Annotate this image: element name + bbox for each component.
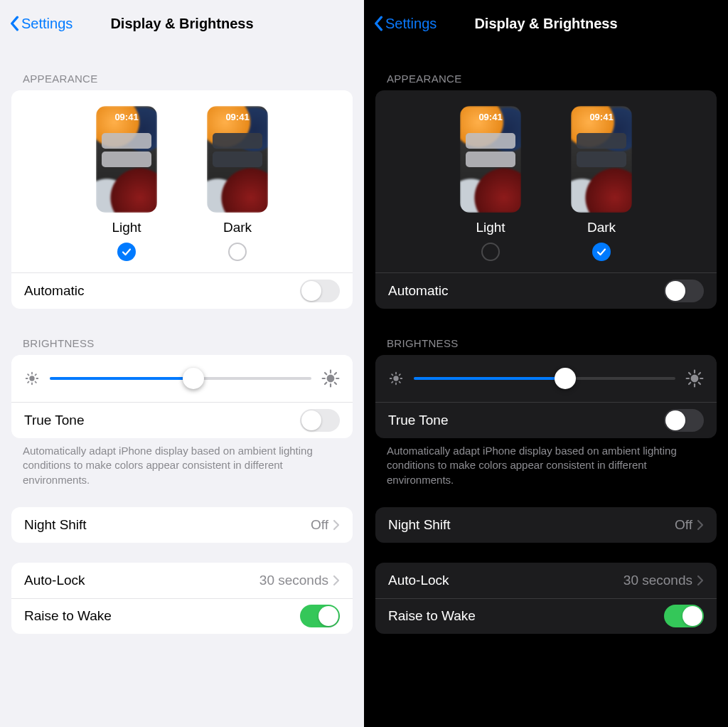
sun-dim-icon xyxy=(24,371,40,386)
svg-line-35 xyxy=(699,373,700,374)
appearance-label-dark: Dark xyxy=(223,220,252,235)
checkmark-icon xyxy=(122,247,132,257)
svg-line-15 xyxy=(335,383,336,384)
chevron-right-icon xyxy=(697,519,704,531)
svg-point-27 xyxy=(691,375,699,383)
appearance-radio-dark[interactable] xyxy=(592,243,611,261)
truetone-switch[interactable] xyxy=(664,409,704,432)
svg-point-9 xyxy=(327,375,335,383)
sun-dim-icon xyxy=(388,371,404,386)
chevron-left-icon xyxy=(9,16,20,31)
svg-line-8 xyxy=(36,374,36,375)
svg-line-32 xyxy=(689,373,690,374)
truetone-label: True Tone xyxy=(388,413,449,428)
svg-line-33 xyxy=(699,383,700,384)
back-button[interactable]: Settings xyxy=(373,16,437,32)
appearance-label-dark: Dark xyxy=(587,220,616,235)
truetone-switch[interactable] xyxy=(300,409,340,432)
brightness-slider[interactable] xyxy=(414,368,675,389)
raisetowake-switch[interactable] xyxy=(664,605,704,627)
truetone-note: Automatically adapt iPhone display based… xyxy=(0,438,364,487)
autolock-group: Auto-Lock 30 seconds Raise to Wake xyxy=(11,563,353,634)
navbar: Settings Display & Brightness xyxy=(0,0,364,47)
truetone-row: True Tone xyxy=(375,403,717,438)
svg-line-6 xyxy=(36,382,36,383)
svg-line-17 xyxy=(335,373,336,374)
appearance-option-dark[interactable]: 09:41 Dark xyxy=(207,106,268,261)
raisetowake-row: Raise to Wake xyxy=(11,598,353,634)
brightness-header: Brightness xyxy=(0,309,364,355)
appearance-picker: 09:41 Light 09:41 Dark xyxy=(11,90,353,272)
appearance-picker: 09:41 Light 09:41 Dark xyxy=(375,90,717,272)
svg-point-18 xyxy=(393,376,398,381)
appearance-radio-light[interactable] xyxy=(481,243,500,261)
raisetowake-switch[interactable] xyxy=(300,605,340,627)
appearance-label-light: Light xyxy=(476,220,505,235)
appearance-thumb-dark: 09:41 xyxy=(207,106,268,213)
raisetowake-label: Raise to Wake xyxy=(388,608,476,624)
brightness-slider-row xyxy=(11,355,353,402)
raisetowake-row: Raise to Wake xyxy=(375,598,717,634)
nightshift-label: Night Shift xyxy=(24,517,87,533)
automatic-label: Automatic xyxy=(388,283,448,299)
appearance-option-light[interactable]: 09:41 Light xyxy=(96,106,157,261)
svg-line-14 xyxy=(325,373,326,374)
nightshift-value: Off xyxy=(675,517,704,533)
appearance-thumb-dark: 09:41 xyxy=(571,106,632,213)
nightshift-row[interactable]: Night Shift Off xyxy=(11,507,353,543)
chevron-right-icon xyxy=(697,575,704,586)
navbar: Settings Display & Brightness xyxy=(364,0,728,47)
svg-line-25 xyxy=(392,382,392,383)
appearance-group: 09:41 Light 09:41 Dark Automatic xyxy=(11,90,353,309)
appearance-group: 09:41 Light 09:41 Dark Automatic xyxy=(375,90,717,309)
truetone-label: True Tone xyxy=(24,413,85,428)
autolock-group: Auto-Lock 30 seconds Raise to Wake xyxy=(375,563,717,634)
truetone-note: Automatically adapt iPhone display based… xyxy=(364,438,728,487)
brightness-header: Brightness xyxy=(364,309,728,355)
settings-display-brightness-light: Settings Display & Brightness Appearance… xyxy=(0,0,364,727)
page-title: Display & Brightness xyxy=(474,16,617,32)
nightshift-value: Off xyxy=(311,517,340,533)
svg-line-16 xyxy=(325,383,326,384)
svg-line-7 xyxy=(28,382,28,383)
appearance-option-dark[interactable]: 09:41 Dark xyxy=(571,106,632,261)
svg-line-34 xyxy=(689,383,690,384)
chevron-right-icon xyxy=(333,575,340,586)
autolock-label: Auto-Lock xyxy=(388,573,449,588)
autolock-row[interactable]: Auto-Lock 30 seconds xyxy=(375,563,717,598)
svg-line-5 xyxy=(28,374,28,375)
nightshift-row[interactable]: Night Shift Off xyxy=(375,507,717,543)
truetone-row: True Tone xyxy=(11,403,353,438)
nightshift-label: Night Shift xyxy=(388,517,451,533)
svg-point-0 xyxy=(29,376,34,381)
appearance-thumb-light: 09:41 xyxy=(460,106,521,213)
appearance-radio-light[interactable] xyxy=(117,243,136,261)
sun-bright-icon xyxy=(685,369,704,388)
automatic-switch[interactable] xyxy=(300,280,340,302)
nightshift-group: Night Shift Off xyxy=(11,507,353,543)
autolock-row[interactable]: Auto-Lock 30 seconds xyxy=(11,563,353,598)
checkmark-icon xyxy=(596,247,606,257)
automatic-row: Automatic xyxy=(11,273,353,309)
automatic-label: Automatic xyxy=(24,283,84,299)
autolock-value: 30 seconds xyxy=(259,573,340,588)
svg-line-24 xyxy=(400,382,400,383)
autolock-label: Auto-Lock xyxy=(24,573,85,588)
autolock-value: 30 seconds xyxy=(623,573,704,588)
appearance-option-light[interactable]: 09:41 Light xyxy=(460,106,521,261)
back-label: Settings xyxy=(21,16,73,32)
automatic-switch[interactable] xyxy=(664,280,704,302)
svg-line-26 xyxy=(400,374,400,375)
brightness-slider-row xyxy=(375,355,717,402)
brightness-slider[interactable] xyxy=(50,368,311,389)
brightness-group: True Tone xyxy=(375,355,717,438)
appearance-header: Appearance xyxy=(0,47,364,90)
appearance-header: Appearance xyxy=(364,47,728,90)
sun-bright-icon xyxy=(321,369,340,388)
thumb-time: 09:41 xyxy=(460,112,521,122)
back-button[interactable]: Settings xyxy=(9,16,73,32)
appearance-thumb-light: 09:41 xyxy=(96,106,157,213)
thumb-time: 09:41 xyxy=(96,112,157,122)
chevron-right-icon xyxy=(333,519,340,531)
appearance-radio-dark[interactable] xyxy=(228,243,247,261)
